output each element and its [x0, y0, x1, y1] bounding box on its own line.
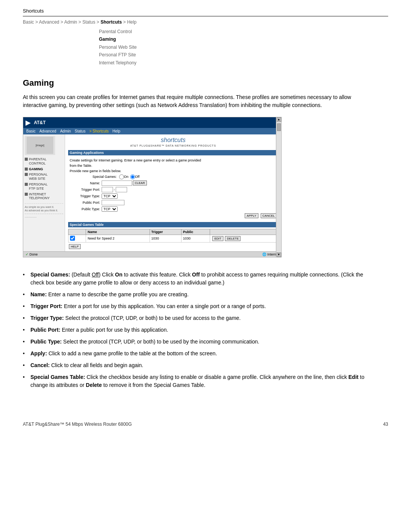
- public-port-input[interactable]: [102, 200, 124, 205]
- bullet-name-text: Enter a name to describe the game profil…: [48, 291, 189, 297]
- sidebar-item-personal-web[interactable]: PERSONALWEB SITE: [25, 173, 63, 181]
- row-actions: EDIT DELETE: [210, 235, 278, 242]
- name-label: Name:: [70, 181, 100, 185]
- gaming-form-area: Create settings for Internet gaming. Ent…: [68, 157, 278, 220]
- bullet-trigger-type-text: Select the protocol (TCP, UDP, or both) …: [65, 315, 241, 321]
- scroll-thumb[interactable]: [277, 123, 281, 131]
- subnav-gaming[interactable]: Gaming: [99, 35, 388, 43]
- special-games-table-header: Special Games Table: [68, 222, 278, 227]
- bullet-apply-bold: Apply:: [30, 350, 47, 356]
- name-input[interactable]: [102, 181, 132, 186]
- sidebar-label-personal-ftp: PERSONALFTP SITE: [29, 182, 48, 191]
- bullet-special-games-table-bold: Special Games Table:: [30, 374, 85, 380]
- subnav-personal-web[interactable]: Personal Web Site: [99, 43, 388, 51]
- bullet-cancel-bold: Cancel:: [30, 362, 50, 368]
- shortcuts-heading: shortcuts: [68, 137, 278, 144]
- bullet-public-type-text: Select the protocol (TCP, UDP, or both) …: [63, 339, 259, 345]
- nav-shortcuts[interactable]: > Shortcuts: [88, 129, 110, 134]
- trigger-type-select[interactable]: TCP UDP Both: [102, 193, 118, 199]
- games-table: Name Trigger Public Need f: [68, 229, 278, 243]
- bullet-apply-text: Click to add a new game profile to the t…: [48, 350, 217, 356]
- edit-button[interactable]: EDIT: [212, 236, 223, 241]
- sidebar-label-gaming: GAMING: [29, 167, 43, 171]
- public-type-label: Public Type:: [70, 207, 100, 211]
- trigger-port-row: Trigger Port: -: [70, 187, 277, 192]
- scroll-up-button[interactable]: ▲: [277, 117, 281, 122]
- col-public: Public: [181, 229, 210, 235]
- cancel-button[interactable]: CANCEL: [261, 213, 277, 218]
- port-separator: -: [114, 188, 115, 192]
- trigger-port-label: Trigger Port:: [70, 188, 100, 192]
- row-trigger: 1030: [150, 235, 181, 242]
- router-sidebar: [image] PARENTALCONTROL GAMING PERSONALW…: [23, 134, 65, 251]
- breadcrumb: Basic > Advanced > Admin > Status > Shor…: [23, 19, 137, 25]
- special-games-radio-on[interactable]: [119, 174, 124, 179]
- public-port-row: Public Port:: [70, 200, 277, 205]
- special-games-label: Special Games:: [92, 175, 117, 179]
- sidebar-item-internet-telephony[interactable]: INTERNETTELEPHONY: [25, 192, 63, 201]
- row-name: Need for Speed 2: [86, 235, 150, 242]
- sidebar-quote-line1: As simple as you want it.: [25, 205, 63, 209]
- bullet-public-type: Public Type: Select the protocol (TCP, U…: [23, 336, 373, 348]
- sidebar-bullet-internet-telephony: [25, 193, 28, 196]
- special-games-radio-off[interactable]: [130, 174, 135, 179]
- delete-button[interactable]: DELETE: [225, 236, 241, 241]
- sidebar-item-gaming[interactable]: GAMING: [25, 167, 63, 171]
- breadcrumb-advanced: Advanced: [39, 19, 59, 25]
- bullet-special-games-text: (Default Off) Click On to activate this …: [30, 272, 363, 286]
- scroll-down-button[interactable]: ▼: [277, 252, 281, 257]
- breadcrumb-status: Status: [82, 19, 95, 25]
- shortcuts-subtitle: AT&T PLUG&SHARE™ DATA NETWORKING PRODUCT…: [68, 144, 278, 147]
- form-desc2: from the Table.: [70, 164, 277, 168]
- bullet-public-type-bold: Public Type:: [30, 339, 62, 345]
- subnav-internet-telephony[interactable]: Internet Telephony: [99, 59, 388, 67]
- nav-admin[interactable]: Admin: [59, 129, 72, 134]
- row-checkbox-cell[interactable]: [68, 235, 86, 242]
- scrollbar[interactable]: ▲ ▼: [276, 117, 281, 257]
- bullet-special-games: Special Games: (Default Off) Click On to…: [23, 269, 373, 289]
- col-name: Name: [86, 229, 150, 235]
- subnav-parental-control[interactable]: Parental Control: [99, 28, 388, 35]
- bullet-public-port: Public Port: Enter a public port for use…: [23, 324, 373, 336]
- trigger-port-input2[interactable]: [116, 187, 127, 192]
- sidebar-label-personal-web: PERSONALWEB SITE: [29, 173, 48, 181]
- sidebar-item-personal-ftp[interactable]: PERSONALFTP SITE: [25, 182, 63, 191]
- router-content: shortcuts AT&T PLUG&SHARE™ DATA NETWORKI…: [65, 134, 281, 251]
- row-public: 1030: [181, 235, 210, 242]
- apply-button[interactable]: APPLY: [245, 213, 258, 218]
- trigger-type-row: Trigger Type: TCP UDP Both: [70, 193, 277, 199]
- sidebar-label-parental: PARENTALCONTROL: [29, 157, 46, 166]
- status-done-text: Done: [30, 252, 38, 256]
- att-logo-text: AT&T: [34, 120, 46, 125]
- subnav: Parental Control Gaming Personal Web Sit…: [99, 28, 388, 67]
- sidebar-item-parental-control[interactable]: PARENTALCONTROL: [25, 157, 63, 166]
- table-row: Need for Speed 2 1030 1030 EDIT DELETE: [68, 235, 278, 242]
- form-button-row: APPLY CANCEL: [70, 213, 277, 218]
- subnav-personal-ftp[interactable]: Personal FTP Site: [99, 51, 388, 59]
- router-ui: ▶ AT&T Basic Advanced Admin Status > Sho…: [23, 117, 281, 257]
- help-button[interactable]: HELP: [69, 244, 81, 249]
- sidebar-image-placeholder: [image]: [27, 137, 53, 154]
- special-games-table-section: Special Games Table Name Trigger Public: [68, 222, 278, 249]
- bullet-name-bold: Name:: [30, 291, 47, 297]
- nav-basic[interactable]: Basic: [25, 129, 37, 134]
- breadcrumb-basic: Basic: [23, 19, 34, 25]
- router-body: [image] PARENTALCONTROL GAMING PERSONALW…: [23, 134, 281, 251]
- bullet-cancel-text: Click to clear all fields and begin agai…: [51, 362, 143, 368]
- public-type-select[interactable]: TCP UDP Both: [102, 206, 118, 212]
- nav-advanced[interactable]: Advanced: [38, 129, 57, 134]
- form-desc1: Create settings for Internet gaming. Ent…: [70, 158, 277, 162]
- nav-status[interactable]: Status: [73, 129, 87, 134]
- top-bar-title: Shortcuts: [23, 8, 44, 14]
- bullet-trigger-port-text: Enter a port for use by this application…: [64, 303, 266, 309]
- breadcrumb-admin: Admin: [64, 19, 77, 25]
- row-checkbox[interactable]: [70, 236, 75, 241]
- col-trigger: Trigger: [150, 229, 181, 235]
- nav-help[interactable]: Help: [111, 129, 122, 134]
- top-bar: Shortcuts: [23, 8, 388, 16]
- trigger-port-input1[interactable]: [102, 187, 113, 192]
- clear-button[interactable]: CLEAR: [133, 181, 147, 185]
- bullet-trigger-type: Trigger Type: Select the protocol (TCP, …: [23, 312, 373, 324]
- att-logo-icon: ▶: [25, 118, 31, 127]
- trigger-type-label: Trigger Type:: [70, 194, 100, 198]
